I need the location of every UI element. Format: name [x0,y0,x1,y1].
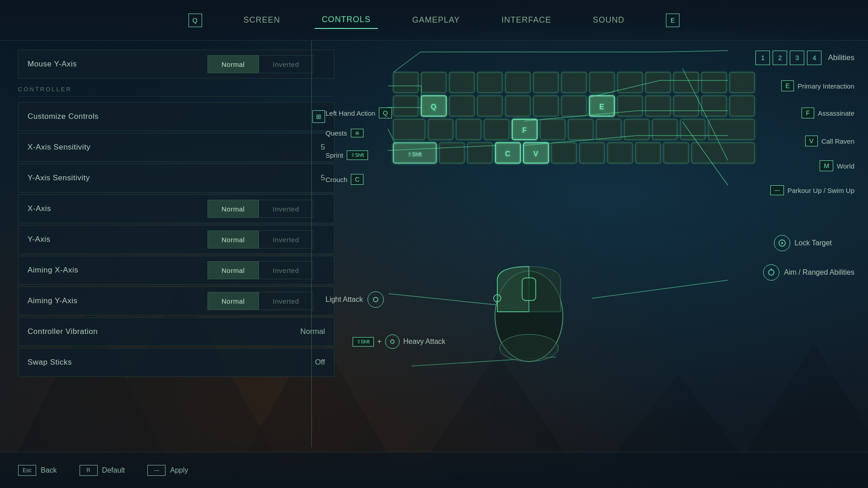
parkour-up-key: — [770,185,784,195]
aim-ranged-binding: Aim / Ranged Abilities [763,264,854,281]
svg-rect-49 [439,143,464,163]
svg-rect-41 [568,119,593,140]
nav-key-e[interactable]: E [659,10,687,31]
quests-label: Quests [326,129,347,137]
svg-rect-29 [618,96,642,116]
controller-section-label: CONTROLLER [18,80,335,96]
controller-vibration-label: Controller Vibration [28,327,98,336]
nav-screen[interactable]: Screen [236,12,288,28]
svg-rect-55 [552,143,576,163]
svg-rect-24 [505,96,530,116]
aiming-y-axis-normal[interactable]: Normal [208,292,259,310]
nav-sound[interactable]: Sound [585,12,632,28]
panel-divider [311,41,312,447]
svg-rect-11 [533,72,558,93]
controller-separator [18,96,335,97]
svg-rect-8 [449,72,474,93]
y-axis-toggle[interactable]: Normal Inverted [208,230,325,249]
svg-rect-56 [580,143,604,163]
left-settings-panel: Mouse Y-Axis Normal Inverted CONTROLLER … [18,41,335,447]
default-key: R [80,465,98,476]
svg-rect-82 [522,278,536,300]
left-hand-action-key: Q [379,108,392,118]
aiming-y-axis-toggle[interactable]: Normal Inverted [208,292,325,310]
svg-rect-57 [608,143,632,163]
x-axis-sensitivity-label: X-Axis Sensitivity [28,143,90,152]
apply-action[interactable]: — Apply [147,465,188,476]
left-hand-action-binding: Left Hand Action Q [326,108,392,118]
mouse-y-axis-normal[interactable]: Normal [208,55,259,73]
aiming-x-axis-toggle[interactable]: Normal Inverted [208,261,325,279]
svg-rect-10 [505,72,530,93]
svg-rect-9 [477,72,502,93]
heavy-attack-label: Heavy Attack [403,338,445,346]
world-key: M [820,160,833,171]
default-label: Default [102,466,125,474]
svg-rect-26 [561,96,586,116]
top-navigation: Q Screen Controls Gameplay Interface Sou… [0,0,868,41]
controller-vibration-row: Controller Vibration Normal [18,317,335,346]
crouch-key: C [351,174,363,185]
svg-point-86 [781,242,783,244]
mouse-y-axis-inverted[interactable]: Inverted [259,55,313,73]
y-axis-normal[interactable]: Normal [208,230,259,249]
svg-text:F: F [522,127,527,134]
svg-rect-44 [652,119,677,140]
bottom-bar: Esc Back R Default — Apply [0,452,868,488]
svg-rect-59 [664,143,689,163]
primary-interaction-key: E [781,80,794,91]
default-action[interactable]: R Default [80,465,125,476]
nav-key-q[interactable]: Q [181,10,209,31]
ability-1-key: 1 [755,51,770,65]
aiming-y-axis-row: Aiming Y-Axis Normal Inverted [18,286,335,315]
aiming-y-axis-inverted[interactable]: Inverted [259,292,313,310]
crouch-label: Crouch [326,176,347,183]
svg-line-76 [660,51,728,52]
y-axis-row: Y-Axis Normal Inverted [18,225,335,254]
aiming-x-axis-label: Aiming X-Axis [28,266,78,275]
customize-controls-button[interactable]: Customize Controls ⊞ [18,102,335,131]
assassinate-binding: F Assassinate [802,108,854,118]
e-key-box: E [666,14,679,27]
aiming-x-axis-row: Aiming X-Axis Normal Inverted [18,256,335,285]
back-action[interactable]: Esc Back [18,465,57,476]
sprint-key: ⇧Shft [347,150,368,160]
svg-rect-37 [484,119,509,140]
x-axis-inverted[interactable]: Inverted [259,200,313,218]
swap-sticks-label: Swap Sticks [28,358,72,367]
svg-rect-60 [692,143,755,163]
svg-rect-33 [730,96,755,116]
nav-interface[interactable]: Interface [494,12,558,28]
ability-3-key: 3 [790,51,804,65]
aiming-x-axis-inverted[interactable]: Inverted [259,261,313,279]
svg-rect-19 [393,96,418,116]
aiming-y-axis-label: Aiming Y-Axis [28,296,77,305]
svg-rect-17 [702,72,726,93]
swap-sticks-row: Swap Sticks Off [18,348,335,377]
x-axis-row: X-Axis Normal Inverted [18,194,335,223]
y-axis-inverted[interactable]: Inverted [259,230,313,249]
nav-gameplay[interactable]: Gameplay [405,12,467,28]
aiming-x-axis-normal[interactable]: Normal [208,261,259,279]
y-axis-sensitivity-row: Y-Axis Sensitivity 5 [18,164,335,192]
q-key-box: Q [189,14,202,27]
ability-2-key: 2 [773,51,787,65]
svg-rect-22 [449,96,474,116]
svg-rect-15 [646,72,670,93]
parkour-up-binding: — Parkour Up / Swim Up [770,185,854,195]
light-attack-binding: Light Attack [326,291,384,308]
svg-rect-13 [590,72,614,93]
x-axis-normal[interactable]: Normal [208,200,259,218]
nav-controls[interactable]: Controls [315,11,378,29]
sprint-label: Sprint [326,151,343,159]
primary-interaction-label: Primary Interaction [797,82,854,90]
svg-rect-32 [702,96,726,116]
lock-target-icon [774,235,790,251]
x-axis-toggle[interactable]: Normal Inverted [208,200,325,218]
back-key: Esc [18,465,36,476]
svg-point-83 [500,334,558,361]
y-axis-label: Y-Axis [28,235,51,244]
mouse-y-axis-toggle[interactable]: Normal Inverted [208,55,325,73]
quests-binding: Quests ⊞ [326,129,363,137]
heavy-attack-mouse-icon [385,334,400,349]
